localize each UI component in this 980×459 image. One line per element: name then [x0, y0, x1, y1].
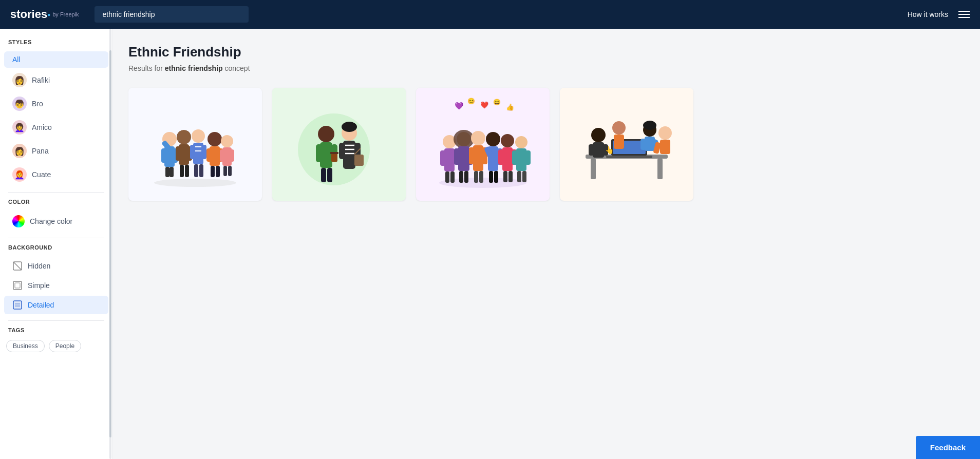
svg-point-109 [591, 128, 606, 142]
svg-rect-48 [331, 154, 337, 162]
header-right: How it works [908, 10, 970, 18]
sidebar-scrollbar-thumb [109, 50, 111, 437]
simple-label: Simple [28, 281, 50, 290]
svg-rect-55 [339, 143, 345, 159]
rafiki-avatar: 👩 [12, 73, 27, 87]
svg-point-35 [221, 135, 233, 147]
svg-rect-115 [614, 135, 624, 149]
svg-rect-105 [657, 159, 663, 179]
edit-button-1[interactable]: ✏ [239, 92, 258, 110]
results-description: Results for ethnic friendship concept [128, 64, 965, 72]
svg-rect-102 [522, 171, 526, 182]
sidebar-scrollbar [109, 29, 111, 459]
edit-button-3[interactable]: ✏ [527, 92, 545, 110]
svg-point-117 [643, 121, 656, 130]
bg-divider [8, 320, 104, 321]
svg-rect-13 [169, 167, 174, 177]
svg-rect-19 [180, 165, 184, 177]
background-section-title: BACKGROUND [0, 244, 112, 256]
logo-by-text: by Freepik [52, 11, 79, 17]
search-input[interactable] [95, 6, 249, 23]
pinterest-button-1[interactable]: P [239, 133, 258, 151]
image-grid: ✏ ⬇ P [128, 88, 965, 201]
content-area: Ethnic Friendship Results for ethnic fri… [113, 29, 980, 459]
sidebar-item-hidden[interactable]: Hidden [4, 257, 108, 275]
sidebar-item-detailed[interactable]: Detailed [4, 296, 108, 314]
main-layout: STYLES All 👩 Rafiki 👦 Bro 👩‍🦱 Amico 👩 Pa… [0, 29, 980, 459]
sidebar-item-all[interactable]: All [4, 51, 108, 68]
edit-button-4[interactable]: ✏ [671, 92, 689, 110]
svg-rect-49 [330, 152, 338, 154]
svg-point-114 [612, 121, 626, 135]
hidden-label: Hidden [28, 262, 50, 270]
styles-section-title: STYLES [0, 39, 112, 50]
illustration-svg-2 [282, 98, 395, 190]
sidebar-item-bro[interactable]: 👦 Bro [4, 92, 108, 115]
svg-rect-40 [228, 166, 232, 176]
pinterest-button-2[interactable]: P [383, 133, 402, 151]
svg-rect-89 [489, 171, 493, 183]
svg-point-79 [471, 131, 485, 145]
how-it-works-link[interactable]: How it works [908, 10, 948, 18]
amico-avatar: 👩‍🦱 [12, 120, 27, 135]
svg-rect-39 [223, 166, 227, 176]
rafiki-label: Rafiki [32, 76, 50, 84]
image-card-2[interactable]: ✏ ⬇ P [272, 88, 406, 201]
tags-section-title: TAGS [0, 327, 112, 338]
svg-point-29 [208, 132, 222, 146]
svg-line-1 [13, 262, 22, 270]
edit-button-2[interactable]: ✏ [383, 92, 402, 110]
svg-rect-83 [474, 171, 478, 183]
svg-rect-38 [230, 149, 234, 162]
logo[interactable]: stories● by Freepik [10, 8, 79, 21]
image-card-3[interactable]: 💜 😊 ❤️ 😄 👍 [416, 88, 550, 201]
sidebar-item-pana[interactable]: 👩 Pana [4, 140, 108, 162]
cuate-label: Cuate [32, 170, 51, 179]
svg-rect-119 [640, 139, 646, 150]
illustration-svg-3: 💜 😊 ❤️ 😄 👍 [426, 93, 539, 196]
svg-rect-96 [508, 171, 513, 182]
tag-people[interactable]: People [49, 340, 81, 352]
hidden-bg-icon [12, 261, 23, 271]
svg-rect-78 [464, 171, 468, 183]
image-card-1[interactable]: ✏ ⬇ P [128, 88, 262, 201]
results-suffix: concept [223, 64, 250, 72]
bro-avatar: 👦 [12, 97, 27, 111]
download-button-4[interactable]: ⬇ [671, 112, 689, 131]
cuate-avatar: 👩‍🦰 [12, 167, 27, 182]
pinterest-button-3[interactable]: P [527, 133, 545, 151]
sidebar-item-simple[interactable]: Simple [4, 276, 108, 295]
image-card-4[interactable]: 👆 [560, 88, 693, 201]
sidebar-item-cuate[interactable]: 👩‍🦰 Cuate [4, 163, 108, 186]
svg-rect-71 [450, 171, 455, 183]
download-button-3[interactable]: ⬇ [527, 112, 545, 131]
svg-rect-90 [494, 171, 498, 183]
tag-business[interactable]: Business [6, 340, 45, 352]
pinterest-button-4[interactable]: P [671, 133, 689, 151]
feedback-button[interactable]: Feedback [916, 436, 980, 459]
svg-rect-81 [469, 147, 475, 164]
svg-point-7 [154, 179, 236, 187]
svg-rect-111 [589, 144, 594, 156]
svg-rect-33 [211, 166, 215, 177]
svg-rect-58 [354, 155, 364, 166]
svg-rect-4 [13, 301, 22, 309]
svg-point-91 [501, 134, 514, 147]
page-title: Ethnic Friendship [128, 44, 965, 60]
change-color-label: Change color [30, 217, 72, 225]
amico-label: Amico [32, 123, 52, 131]
styles-divider [8, 192, 104, 193]
tags-container: Business People [0, 338, 112, 354]
download-button-1[interactable]: ⬇ [239, 112, 258, 131]
color-section-title: COLOR [0, 199, 112, 210]
bro-label: Bro [32, 100, 43, 108]
menu-icon[interactable] [958, 11, 970, 18]
svg-text:❤️: ❤️ [480, 101, 489, 109]
change-color-button[interactable]: Change color [4, 211, 108, 232]
pana-label: Pana [32, 147, 49, 155]
download-button-2[interactable]: ⬇ [383, 112, 402, 131]
sidebar-item-rafiki[interactable]: 👩 Rafiki [4, 69, 108, 91]
svg-text:😊: 😊 [467, 97, 475, 105]
sidebar-item-amico[interactable]: 👩‍🦱 Amico [4, 116, 108, 139]
color-wheel-icon [12, 215, 25, 227]
